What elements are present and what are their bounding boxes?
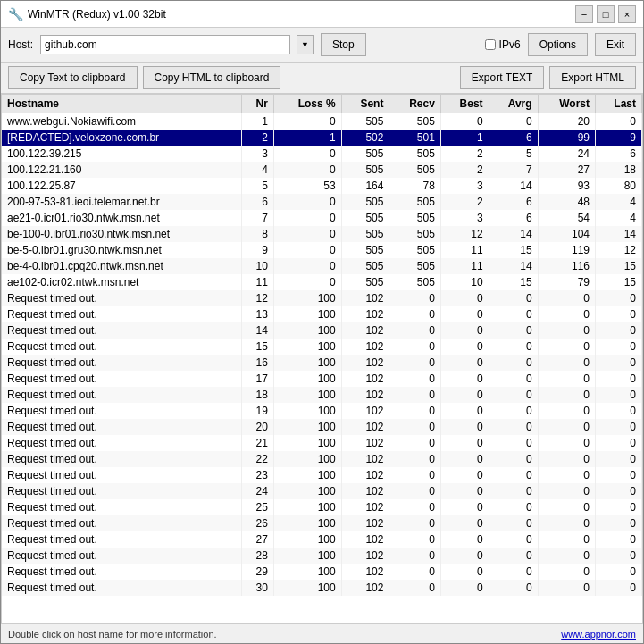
minimize-button[interactable]: − — [575, 5, 593, 23]
table-row[interactable]: Request timed out.2410010200000 — [2, 483, 642, 499]
mtr-table: Hostname Nr Loss % Sent Recv Best Avrg W… — [2, 95, 642, 596]
table-row[interactable]: 100.122.21.16040505505272718 — [2, 162, 642, 178]
table-row[interactable]: www.webgui.Nokiawifi.com1050550500200 — [2, 113, 642, 130]
table-cell: 0 — [489, 113, 538, 130]
table-cell: 6 — [241, 194, 273, 210]
table-cell: 0 — [538, 580, 595, 596]
table-cell: 100 — [273, 548, 341, 564]
table-cell: 0 — [596, 290, 642, 306]
table-row[interactable]: Request timed out.2910010200000 — [2, 564, 642, 580]
table-cell: 2 — [440, 194, 489, 210]
table-row[interactable]: Request timed out.1610010200000 — [2, 355, 642, 371]
table-row[interactable]: Request timed out.2010010200000 — [2, 419, 642, 435]
ipv6-checkbox[interactable] — [485, 39, 496, 50]
table-row[interactable]: Request timed out.2810010200000 — [2, 548, 642, 564]
table-row[interactable]: Request timed out.2710010200000 — [2, 531, 642, 548]
table-cell: 23 — [241, 467, 273, 483]
table-cell: Request timed out. — [2, 387, 241, 403]
table-cell: 54 — [538, 210, 595, 226]
table-row[interactable]: Request timed out.1210010200000 — [2, 290, 642, 306]
table-cell: 0 — [389, 548, 440, 564]
ipv6-label[interactable]: IPv6 — [485, 38, 521, 51]
table-cell: 164 — [341, 178, 389, 194]
table-cell: 0 — [389, 387, 440, 403]
table-cell: Request timed out. — [2, 306, 241, 322]
table-cell: 0 — [596, 322, 642, 339]
table-cell: 104 — [538, 226, 595, 242]
app-icon: 🔧 — [8, 7, 22, 21]
table-cell: 29 — [241, 564, 273, 580]
table-row[interactable]: be-100-0.ibr01.rio30.ntwk.msn.net8050550… — [2, 226, 642, 242]
table-row[interactable]: ae102-0.icr02.ntwk.msn.net11050550510157… — [2, 274, 642, 290]
table-row[interactable]: be-5-0.ibr01.gru30.ntwk.msn.net905055051… — [2, 242, 642, 258]
table-row[interactable]: 100.122.25.87553164783149380 — [2, 178, 642, 194]
host-label: Host: — [8, 38, 33, 51]
table-cell: 16 — [241, 355, 273, 371]
table-row[interactable]: Request timed out.1910010200000 — [2, 403, 642, 419]
table-cell: 9 — [596, 130, 642, 146]
table-row[interactable]: Request timed out.1410010200000 — [2, 322, 642, 339]
col-nr: Nr — [241, 95, 273, 113]
export-text-button[interactable]: Export TEXT — [460, 66, 544, 89]
maximize-button[interactable]: □ — [597, 5, 615, 23]
table-row[interactable]: 200-97-53-81.ieoi.telemar.net.br60505505… — [2, 194, 642, 210]
table-row[interactable]: Request timed out.2510010200000 — [2, 499, 642, 515]
host-dropdown-button[interactable]: ▼ — [297, 35, 314, 54]
copy-text-button[interactable]: Copy Text to clipboard — [8, 66, 138, 89]
exit-button[interactable]: Exit — [595, 33, 636, 56]
table-cell: 0 — [489, 290, 538, 306]
close-button[interactable]: × — [618, 5, 636, 23]
copy-html-button[interactable]: Copy HTML to clipboard — [143, 66, 281, 89]
table-row[interactable]: Request timed out.1510010200000 — [2, 339, 642, 355]
table-row[interactable]: [REDACTED].veloxzone.com.br2150250116999 — [2, 130, 642, 146]
table-cell: 0 — [538, 435, 595, 451]
table-row[interactable]: Request timed out.1810010200000 — [2, 387, 642, 403]
table-cell: 0 — [440, 355, 489, 371]
table-row[interactable]: Request timed out.3010010200000 — [2, 580, 642, 596]
table-cell: 3 — [440, 178, 489, 194]
table-row[interactable]: Request timed out.1310010200000 — [2, 306, 642, 322]
table-cell: 0 — [596, 564, 642, 580]
table-cell: 12 — [596, 242, 642, 258]
table-cell: 505 — [389, 226, 440, 242]
table-cell: 505 — [341, 274, 389, 290]
table-row[interactable]: be-4-0.ibr01.cpq20.ntwk.msn.net100505505… — [2, 258, 642, 274]
table-cell: 102 — [341, 548, 389, 564]
table-cell: 9 — [241, 242, 273, 258]
table-cell: 102 — [341, 499, 389, 515]
table-cell: 102 — [341, 515, 389, 531]
table-cell: 102 — [341, 403, 389, 419]
table-cell: Request timed out. — [2, 371, 241, 387]
table-row[interactable]: ae21-0.icr01.rio30.ntwk.msn.net705055053… — [2, 210, 642, 226]
table-cell: 102 — [341, 339, 389, 355]
table-cell: 27 — [538, 162, 595, 178]
table-cell: 505 — [389, 210, 440, 226]
export-html-button[interactable]: Export HTML — [549, 66, 636, 89]
host-input[interactable] — [40, 35, 290, 54]
table-row[interactable]: Request timed out.2210010200000 — [2, 451, 642, 467]
table-row[interactable]: Request timed out.2110010200000 — [2, 435, 642, 451]
table-cell: 505 — [389, 274, 440, 290]
stop-button[interactable]: Stop — [321, 33, 366, 56]
table-row[interactable]: Request timed out.1710010200000 — [2, 371, 642, 387]
table-cell: 17 — [241, 371, 273, 387]
col-worst: Worst — [538, 95, 595, 113]
table-cell: 100 — [273, 419, 341, 435]
table-cell: 6 — [596, 146, 642, 162]
table-row[interactable]: 100.122.39.2153050550525246 — [2, 146, 642, 162]
table-cell: 10 — [440, 274, 489, 290]
status-link[interactable]: www.appnor.com — [561, 629, 636, 640]
table-cell: 100 — [273, 387, 341, 403]
options-button[interactable]: Options — [528, 33, 588, 56]
table-cell: Request timed out. — [2, 564, 241, 580]
table-cell: 0 — [489, 306, 538, 322]
table-container: Hostname Nr Loss % Sent Recv Best Avrg W… — [1, 94, 643, 623]
table-cell: 102 — [341, 451, 389, 467]
table-cell: 4 — [596, 210, 642, 226]
table-cell: 100 — [273, 531, 341, 548]
table-cell: 24 — [538, 146, 595, 162]
table-row[interactable]: Request timed out.2310010200000 — [2, 467, 642, 483]
table-row[interactable]: Request timed out.2610010200000 — [2, 515, 642, 531]
table-cell: 93 — [538, 178, 595, 194]
table-cell: 0 — [440, 564, 489, 580]
